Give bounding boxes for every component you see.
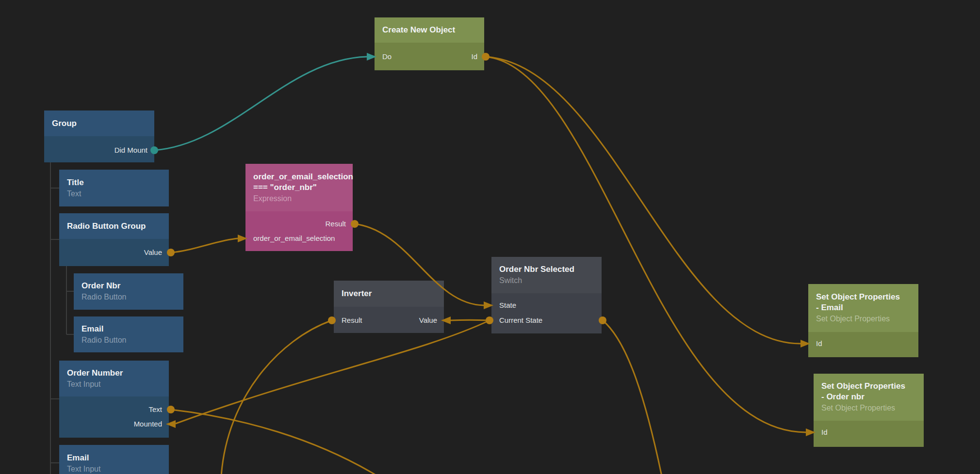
wire-arrowhead-icon	[166, 420, 176, 428]
connection-dot[interactable]	[482, 53, 490, 61]
wires-layer	[0, 0, 980, 474]
wire-create-new-object-id[interactable]	[486, 57, 806, 432]
wire-radio-button-group-value[interactable]	[171, 238, 238, 253]
connection-dot[interactable]	[599, 316, 606, 324]
wire-inverter-result[interactable]	[221, 320, 332, 474]
connection-dot[interactable]	[167, 406, 175, 413]
wire-order-nbr-selected-switch-current-state[interactable]	[603, 320, 662, 474]
wire-arrowhead-icon	[238, 235, 247, 242]
wire-order-number-input-text[interactable]	[171, 410, 377, 474]
wire-arrowhead-icon	[441, 316, 451, 324]
connection-dot[interactable]	[167, 249, 175, 256]
connection-dot[interactable]	[150, 146, 158, 154]
wire-arrowhead-icon	[484, 301, 493, 309]
wire-order-nbr-selected-switch-current-state[interactable]	[451, 320, 490, 320]
wire-arrowhead-icon	[367, 53, 376, 61]
connection-dot[interactable]	[328, 316, 336, 324]
connection-dot[interactable]	[486, 316, 493, 324]
connection-dot[interactable]	[351, 220, 359, 228]
node-graph-canvas[interactable]: Create New ObjectDoIdGroupDid MountTitle…	[0, 0, 980, 474]
wire-create-new-object-id[interactable]	[486, 57, 800, 344]
wire-expression-result[interactable]	[355, 224, 484, 305]
wire-arrowhead-icon	[806, 428, 816, 436]
wire-group-did-mount[interactable]	[154, 57, 367, 150]
wire-arrowhead-icon	[800, 340, 810, 348]
wire-order-nbr-selected-switch-current-state[interactable]	[176, 320, 490, 424]
